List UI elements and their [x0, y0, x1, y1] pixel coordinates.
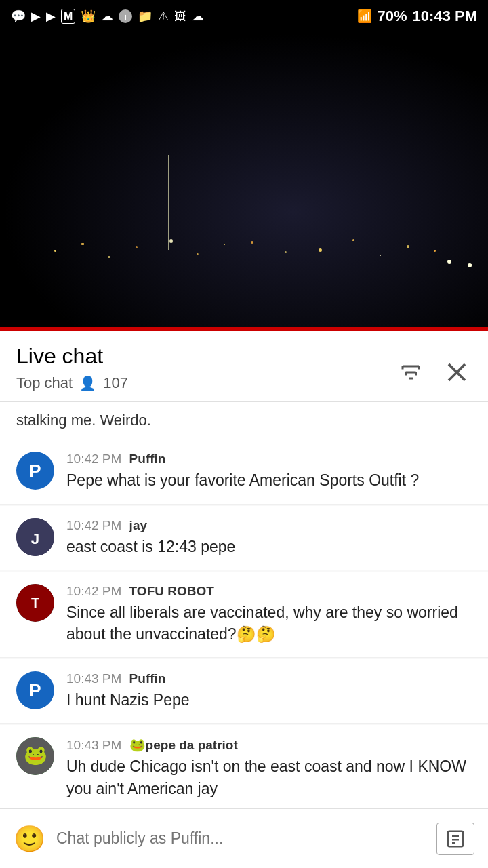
tofu-avatar-img: T — [16, 584, 54, 622]
msg-username-3: TOFU ROBOT — [129, 584, 214, 598]
youtube-icon: ▶ — [31, 9, 41, 24]
send-button[interactable] — [436, 823, 474, 855]
avatar-jay: J — [16, 518, 54, 556]
image-icon: 🖼 — [174, 9, 186, 24]
time-text: 10:43 PM — [413, 7, 477, 25]
msg-content-5: 10:43 PM 🐸pepe da patriot Uh dude Chicag… — [66, 737, 472, 799]
svg-text:T: T — [31, 595, 39, 610]
msg-meta-4: 10:43 PM Puffin — [66, 671, 472, 686]
chat-input-field[interactable] — [56, 829, 426, 848]
chat-input-bar: 🙂 — [0, 808, 488, 868]
video-player[interactable] — [0, 33, 488, 331]
chat-message-2: J 10:42 PM jay east coast is 12:43 pepe — [0, 506, 488, 570]
folder-icon: 📁 — [138, 9, 152, 24]
send-icon — [445, 829, 466, 849]
chat-message-5: 🐸 10:43 PM 🐸pepe da patriot Uh dude Chic… — [0, 725, 488, 812]
avatar-puffin-2: P — [16, 671, 54, 709]
crown-icon: 👑 — [81, 9, 96, 24]
msg-time-3: 10:42 PM — [66, 584, 121, 598]
msg-text-2: east coast is 12:43 pepe — [66, 536, 472, 557]
livechat-sub: Top chat 👤 107 — [16, 369, 128, 401]
cloud2-icon: ☁ — [192, 9, 204, 24]
chat-message-1: P 10:42 PM Puffin Pepe what is your favo… — [0, 439, 488, 504]
circle-icon: i — [119, 9, 132, 23]
close-button[interactable] — [442, 357, 472, 387]
livechat-panel: Live chat Top chat 👤 107 — [0, 331, 488, 868]
message-icon: 💬 — [11, 9, 26, 24]
msg-meta-2: 10:42 PM jay — [66, 518, 472, 533]
app-icon-m: M — [61, 9, 75, 24]
msg-content-4: 10:43 PM Puffin I hunt Nazis Pepe — [66, 671, 472, 711]
msg-time-2: 10:42 PM — [66, 518, 121, 532]
msg-username-1: Puffin — [129, 452, 166, 466]
livechat-header: Live chat Top chat 👤 107 — [0, 331, 488, 402]
msg-username-4: Puffin — [129, 671, 166, 686]
status-bar: 💬 ▶ ▶ M 👑 ☁ i 📁 ⚠ 🖼 ☁ 📶 70% 10:43 PM — [0, 0, 488, 33]
msg-meta-3: 10:42 PM TOFU ROBOT — [66, 584, 472, 599]
viewer-count: 107 — [103, 374, 128, 392]
msg-text-3: Since all liberals are vaccinated, why a… — [66, 601, 472, 645]
emoji-button[interactable]: 🙂 — [14, 824, 45, 854]
msg-text-1: Pepe what is your favorite American Spor… — [66, 469, 472, 491]
msg-meta-1: 10:42 PM Puffin — [66, 452, 472, 467]
livechat-title: Live chat — [16, 343, 128, 369]
livechat-title-block: Live chat Top chat 👤 107 — [16, 343, 128, 401]
chat-message-4: P 10:43 PM Puffin I hunt Nazis Pepe — [0, 659, 488, 724]
msg-time-1: 10:42 PM — [66, 452, 121, 466]
chat-messages: stalking me. Weirdo. P 10:42 PM Puffin P… — [0, 402, 488, 868]
cloud-icon: ☁ — [101, 9, 113, 24]
msg-text-4: I hunt Nazis Pepe — [66, 689, 472, 711]
msg-time-5: 10:43 PM — [66, 738, 121, 752]
top-chat-label[interactable]: Top chat — [16, 374, 73, 392]
warning-icon: ⚠ — [158, 9, 169, 24]
avatar-tofu: T — [16, 584, 54, 622]
svg-text:J: J — [31, 530, 39, 547]
avatar-pepe: 🐸 — [16, 737, 54, 775]
filter-icon — [399, 360, 423, 384]
msg-text-5: Uh dude Chicago isn't on the east coast … — [66, 755, 472, 799]
filter-button[interactable] — [396, 357, 426, 387]
avatar-puffin-1: P — [16, 452, 54, 490]
svg-text:🐸: 🐸 — [24, 744, 47, 766]
status-right: 📶 70% 10:43 PM — [357, 7, 477, 25]
red-progress-bar — [0, 327, 488, 331]
msg-username-5: 🐸pepe da patriot — [129, 738, 238, 752]
notification-icons: 💬 ▶ ▶ M 👑 ☁ i 📁 ⚠ 🖼 ☁ — [11, 9, 204, 24]
msg-meta-5: 10:43 PM 🐸pepe da patriot — [66, 737, 472, 753]
chat-message-3: T 10:42 PM TOFU ROBOT Since all liberals… — [0, 572, 488, 658]
msg-time-4: 10:43 PM — [66, 671, 121, 686]
jay-avatar-img: J — [16, 518, 54, 556]
livechat-header-actions — [396, 357, 472, 387]
battery-text: 70% — [378, 7, 407, 25]
wifi-icon: 📶 — [357, 9, 372, 24]
msg-content-1: 10:42 PM Puffin Pepe what is your favori… — [66, 452, 472, 491]
msg-username-2: jay — [129, 518, 147, 532]
youtube-icon2: ▶ — [46, 9, 56, 24]
close-icon — [445, 360, 469, 384]
msg-content-2: 10:42 PM jay east coast is 12:43 pepe — [66, 518, 472, 557]
viewer-icon: 👤 — [79, 375, 96, 391]
pepe-avatar-img: 🐸 — [16, 737, 54, 775]
truncated-message: stalking me. Weirdo. — [0, 402, 488, 439]
msg-content-3: 10:42 PM TOFU ROBOT Since all liberals a… — [66, 584, 472, 645]
